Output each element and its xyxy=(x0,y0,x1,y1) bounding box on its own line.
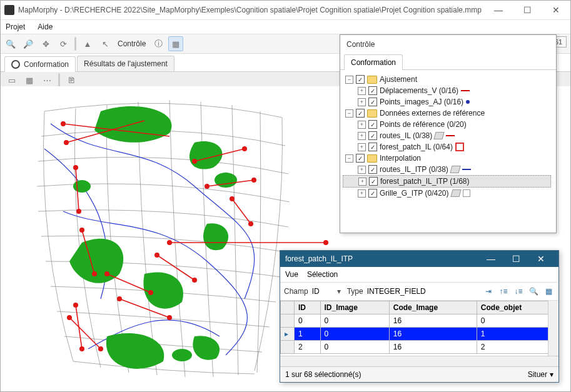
sort-desc-icon[interactable]: ↓≡ xyxy=(512,285,525,298)
table-row[interactable]: 0 0 16 0 xyxy=(281,314,558,328)
tree-item[interactable]: + Déplacements_V (0/16) xyxy=(343,85,553,96)
tree-item[interactable]: + Points de référence (0/20) xyxy=(343,119,553,130)
menu-aide[interactable]: Aide xyxy=(35,21,55,33)
tab-conformation[interactable]: Conformation xyxy=(4,56,76,72)
data-grid[interactable]: ID ID_Image Code_Image Code_objet 0 0 16… xyxy=(280,301,558,356)
data-window[interactable]: forest_patch_IL_ITP — ☐ ✕ Vue Sélection … xyxy=(280,250,559,383)
tool-icon[interactable]: ⋯ xyxy=(39,73,54,88)
checkbox[interactable] xyxy=(368,165,377,174)
grid-toggle-icon[interactable]: ▦ xyxy=(168,36,183,51)
expand-icon[interactable]: + xyxy=(358,121,366,129)
cell[interactable]: 2 xyxy=(477,341,558,354)
cell[interactable]: 2 xyxy=(295,341,321,354)
collapse-icon[interactable]: − xyxy=(345,76,353,84)
cell[interactable]: 16 xyxy=(389,341,477,354)
tree-group-externes[interactable]: − Données externes de référence xyxy=(343,108,553,119)
zoom-in-icon[interactable]: 🔍 xyxy=(3,36,18,51)
situer-button[interactable]: Situer xyxy=(528,370,547,379)
column-header[interactable]: Code_objet xyxy=(477,301,558,314)
table-row-selected[interactable]: ▸ 1 0 16 1 xyxy=(281,328,558,341)
tree-group-interpolation[interactable]: − Interpolation xyxy=(343,153,553,164)
find-icon[interactable]: 🔍 xyxy=(527,285,540,298)
tree-item[interactable]: + routes_IL (0/38) xyxy=(343,130,553,141)
chevron-down-icon[interactable]: ▾ xyxy=(550,370,553,379)
sort-asc-icon[interactable]: ↑≡ xyxy=(497,285,510,298)
close-button[interactable]: ✕ xyxy=(542,1,570,19)
cell[interactable]: 0 xyxy=(477,314,558,328)
expand-icon[interactable]: + xyxy=(358,189,366,198)
champ-dropdown-icon[interactable]: ▾ xyxy=(335,287,343,296)
collapse-icon[interactable]: − xyxy=(345,154,353,163)
expand-icon[interactable]: + xyxy=(358,166,366,174)
checkbox[interactable] xyxy=(356,109,365,118)
svg-point-21 xyxy=(242,146,247,151)
pointer-icon[interactable]: ▲ xyxy=(80,36,95,51)
cell[interactable]: 1 xyxy=(477,328,558,341)
table-row[interactable]: 2 0 16 2 xyxy=(281,341,558,354)
tool-icon[interactable]: ▭ xyxy=(4,73,19,88)
select-icon[interactable]: ↖ xyxy=(98,36,113,51)
champ-value[interactable]: ID xyxy=(312,287,331,296)
menu-vue[interactable]: Vue xyxy=(285,270,298,279)
cell[interactable]: 16 xyxy=(389,314,477,328)
checkbox[interactable] xyxy=(369,177,378,186)
close-button[interactable]: ✕ xyxy=(528,254,553,264)
sort-icon[interactable]: ⇥ xyxy=(482,285,495,298)
column-header[interactable]: Code_Image xyxy=(389,301,477,314)
maximize-button[interactable]: ☐ xyxy=(503,254,528,264)
panel-tab-conformation[interactable]: Conformation xyxy=(344,54,403,70)
control-panel[interactable]: Contrôle Conformation − Ajustement + Dép… xyxy=(340,34,557,233)
cell[interactable]: 0 xyxy=(295,314,321,328)
tree-item[interactable]: + Grille_G_ITP (0/420) xyxy=(343,188,553,199)
checkbox[interactable] xyxy=(368,86,377,95)
expand-icon[interactable]: + xyxy=(358,132,366,140)
checkbox[interactable] xyxy=(368,189,377,198)
data-window-titlebar[interactable]: forest_patch_IL_ITP — ☐ ✕ xyxy=(280,251,558,267)
tool-icon[interactable]: ▦ xyxy=(22,73,37,88)
expand-icon[interactable]: + xyxy=(358,143,366,151)
table-icon[interactable]: ▦ xyxy=(542,285,555,298)
minimize-button[interactable]: — xyxy=(478,254,503,264)
expand-icon[interactable]: + xyxy=(358,178,366,186)
horizontal-scrollbar[interactable] xyxy=(280,356,558,366)
cell[interactable]: 0 xyxy=(320,341,389,354)
checkbox[interactable] xyxy=(368,120,377,129)
zoom-out-icon[interactable]: 🔎 xyxy=(21,36,36,51)
checkbox[interactable] xyxy=(368,131,377,140)
cell[interactable]: 0 xyxy=(320,314,389,328)
vertical-scrollbar[interactable] xyxy=(548,301,558,356)
tab-resultats[interactable]: Résultats de l'ajustement xyxy=(77,56,174,71)
svg-point-2 xyxy=(172,349,192,361)
cell[interactable]: 16 xyxy=(389,328,477,341)
info-icon[interactable]: ⓘ xyxy=(151,36,166,51)
expand-icon[interactable]: + xyxy=(358,98,366,106)
cell[interactable]: 1 xyxy=(295,328,321,341)
tree-group-ajustement[interactable]: − Ajustement xyxy=(343,74,553,85)
svg-point-24 xyxy=(230,196,235,201)
cell[interactable]: 0 xyxy=(320,328,389,341)
column-header[interactable]: ID_Image xyxy=(320,301,389,314)
row-header[interactable] xyxy=(281,314,295,328)
tree-item[interactable]: + forest_patch_IL (0/64) xyxy=(343,141,553,153)
tree-item[interactable]: + Points_images_AJ (0/16) xyxy=(343,96,553,108)
refresh-icon[interactable]: ⟳ xyxy=(56,36,71,51)
minimize-button[interactable]: — xyxy=(484,1,513,19)
checkbox[interactable] xyxy=(368,98,377,106)
checkbox[interactable] xyxy=(356,75,365,84)
checkbox[interactable] xyxy=(368,143,377,151)
collapse-icon[interactable]: − xyxy=(345,109,353,118)
expand-icon[interactable]: + xyxy=(358,87,366,95)
export-icon[interactable]: 🖹 xyxy=(64,73,79,88)
maximize-button[interactable]: ☐ xyxy=(513,1,542,19)
checkbox[interactable] xyxy=(356,154,365,163)
tree-item-selected[interactable]: + forest_patch_IL_ITP (1/68) xyxy=(343,175,551,188)
row-header[interactable] xyxy=(281,341,295,354)
tree-item[interactable]: + routes_IL_ITP (0/38) xyxy=(343,164,553,175)
pan-icon[interactable]: ✥ xyxy=(38,36,53,51)
column-header[interactable]: ID xyxy=(295,301,321,314)
row-header[interactable]: ▸ xyxy=(281,328,295,341)
menu-projet[interactable]: Projet xyxy=(3,21,28,33)
layer-tree[interactable]: − Ajustement + Déplacements_V (0/16) + P… xyxy=(340,70,556,233)
menu-selection[interactable]: Sélection xyxy=(307,270,338,279)
tree-label: Grille_G_ITP (0/420) xyxy=(380,189,449,198)
